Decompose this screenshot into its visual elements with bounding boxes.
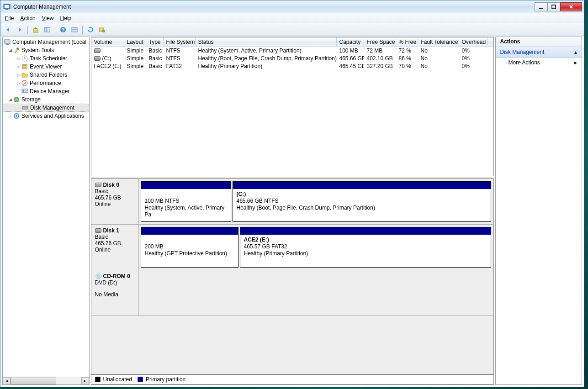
volume-cell-fault: No <box>418 63 459 69</box>
disk-title: Disk 0 <box>95 182 134 188</box>
svg-text:?: ? <box>62 27 64 32</box>
forward-button[interactable] <box>15 25 25 35</box>
cdrom-title: 💿CD-ROM 0 <box>95 273 134 279</box>
svg-rect-2 <box>5 9 8 10</box>
col-layout[interactable]: Layout <box>124 37 146 46</box>
disk-block: Disk 0Basic465.76 GBOnline100 MB NTFSHea… <box>91 179 493 225</box>
partition[interactable]: 100 MB NTFSHealthy (System, Active, Prim… <box>141 181 231 222</box>
partition-status: Healthy (System, Active, Primary Pa <box>145 205 227 218</box>
menu-action[interactable]: Action <box>20 15 35 21</box>
services-icon <box>13 112 20 120</box>
partition-label: ACE2 (E:) <box>244 237 487 243</box>
scroll-thumb[interactable] <box>11 378 56 384</box>
tree-event-viewer[interactable]: ▷ Event Viewer <box>3 63 89 71</box>
expand-icon[interactable]: ▷ <box>16 81 21 85</box>
tree-task-scheduler[interactable]: ▷ Task Scheduler <box>3 54 89 63</box>
tree-system-tools[interactable]: ◢ System Tools <box>3 46 89 54</box>
tree-shared-folders[interactable]: ▷ Shared Folders <box>3 71 89 79</box>
scroll-left-button[interactable]: ◄ <box>3 377 11 385</box>
minimize-button[interactable] <box>535 2 547 11</box>
close-button[interactable] <box>560 2 582 11</box>
refresh-button[interactable] <box>85 25 95 35</box>
chevron-right-icon: ▸ <box>574 59 577 66</box>
actions-more[interactable]: More Actions ▸ <box>496 58 582 68</box>
partition-status: Healthy (Primary Partition) <box>244 250 487 257</box>
partition[interactable]: (C:)465.66 GB NTFSHealthy (Boot, Page Fi… <box>233 181 491 222</box>
chevron-up-icon: ▴ <box>574 49 577 55</box>
menu-file[interactable]: File <box>5 15 14 21</box>
actions-section-label: Disk Management <box>500 49 545 55</box>
horizontal-scrollbar[interactable]: ◄ ► <box>3 377 89 384</box>
volume-cell-layout: Simple <box>124 47 146 54</box>
disk-info[interactable]: Disk 0Basic465.76 GBOnline <box>91 179 138 224</box>
col-overhead[interactable]: Overhead <box>459 37 487 46</box>
volume-cell-capacity: 465.45 GB <box>337 63 364 69</box>
up-button[interactable] <box>31 25 41 35</box>
disk-size: 465.76 GB <box>95 194 134 201</box>
back-button[interactable] <box>3 25 13 35</box>
legend: Unallocated Primary partition <box>91 374 494 384</box>
computer-icon <box>4 38 11 46</box>
svg-rect-3 <box>539 8 543 9</box>
col-type[interactable]: Type <box>146 37 164 46</box>
scroll-right-button[interactable]: ► <box>81 377 89 385</box>
partition-body: (C:)465.66 GB NTFSHealthy (Boot, Page Fi… <box>233 189 491 221</box>
storage-icon <box>13 96 20 103</box>
tree-performance[interactable]: ▷ Performance <box>3 79 89 87</box>
col-fault-tolerance[interactable]: Fault Tolerance <box>418 37 459 46</box>
actions-section[interactable]: Disk Management ▴ <box>496 47 582 58</box>
view-options-button[interactable] <box>69 25 79 35</box>
menu-view[interactable]: View <box>42 15 54 21</box>
svg-rect-10 <box>72 27 77 32</box>
volume-cell-free: 327.20 GB <box>364 63 396 69</box>
volume-row[interactable]: ACE2 (E:)SimpleBasicFAT32Healthy (Primar… <box>91 62 493 70</box>
disk-kind: Basic <box>95 188 134 194</box>
collapse-icon[interactable]: ◢ <box>7 97 13 102</box>
tree-device-manager[interactable]: Device Manager <box>3 87 89 95</box>
legend-swatch-primary <box>138 377 143 382</box>
collapse-icon[interactable]: ◢ <box>7 48 13 53</box>
show-hide-tree-button[interactable] <box>42 25 52 35</box>
disk-state: Online <box>95 247 134 253</box>
col-capacity[interactable]: Capacity <box>337 37 364 46</box>
col-status[interactable]: Status <box>196 37 337 46</box>
window: Computer Management File Action View Hel… <box>0 0 584 387</box>
actions-item-label: More Actions <box>509 59 540 66</box>
partition-size: 465.66 GB NTFS <box>237 198 487 205</box>
col-pct-free[interactable]: % Free <box>396 37 418 46</box>
tree-label: System Tools <box>21 47 54 53</box>
col-filesystem[interactable]: File System <box>164 37 196 46</box>
volume-cell-pfree: 70 % <box>396 63 418 69</box>
expand-icon[interactable]: ▷ <box>16 73 21 77</box>
disk-icon <box>95 183 101 187</box>
partition[interactable]: 200 MBHealthy (GPT Protective Partition) <box>141 227 238 268</box>
menu-help[interactable]: Help <box>60 15 72 21</box>
tree-disk-management[interactable]: Disk Management <box>3 104 89 112</box>
volume-cell-name: (C:) <box>91 55 124 62</box>
tree-services[interactable]: ▷ Services and Applications <box>3 112 89 120</box>
volume-cell-capacity: 100 MB <box>337 47 364 54</box>
maximize-button[interactable] <box>547 2 560 11</box>
col-volume[interactable]: Volume <box>91 37 124 46</box>
expand-icon[interactable]: ▷ <box>7 114 13 118</box>
disk-icon <box>21 104 29 111</box>
partition[interactable]: ACE2 (E:)465.57 GB FAT32Healthy (Primary… <box>240 227 491 268</box>
menubar: File Action View Help <box>0 13 584 23</box>
col-free-space[interactable]: Free Space <box>364 37 396 46</box>
expand-icon[interactable]: ▷ <box>16 56 21 61</box>
properties-button[interactable] <box>97 25 107 35</box>
expand-icon[interactable]: ▷ <box>16 64 21 69</box>
cdrom-empty <box>138 270 493 315</box>
tree-label: Shared Folders <box>30 72 67 78</box>
disk-size: 465.76 GB <box>95 240 134 247</box>
svg-rect-15 <box>6 44 9 45</box>
cdrom-info[interactable]: 💿CD-ROM 0DVD (D:)No Media <box>91 270 138 315</box>
tree-storage[interactable]: ◢ Storage <box>3 95 89 104</box>
help-button[interactable]: ? <box>58 25 68 35</box>
tree-label: Performance <box>30 80 61 86</box>
tree-root[interactable]: Computer Management (Local <box>3 38 89 46</box>
volume-row[interactable]: (C:)SimpleBasicNTFSHealthy (Boot, Page F… <box>91 54 493 62</box>
disk-info[interactable]: Disk 1Basic465.76 GBOnline <box>91 225 138 270</box>
titlebar[interactable]: Computer Management <box>0 0 584 13</box>
volume-row[interactable]: SimpleBasicNTFSHealthy (System, Active, … <box>91 47 493 54</box>
